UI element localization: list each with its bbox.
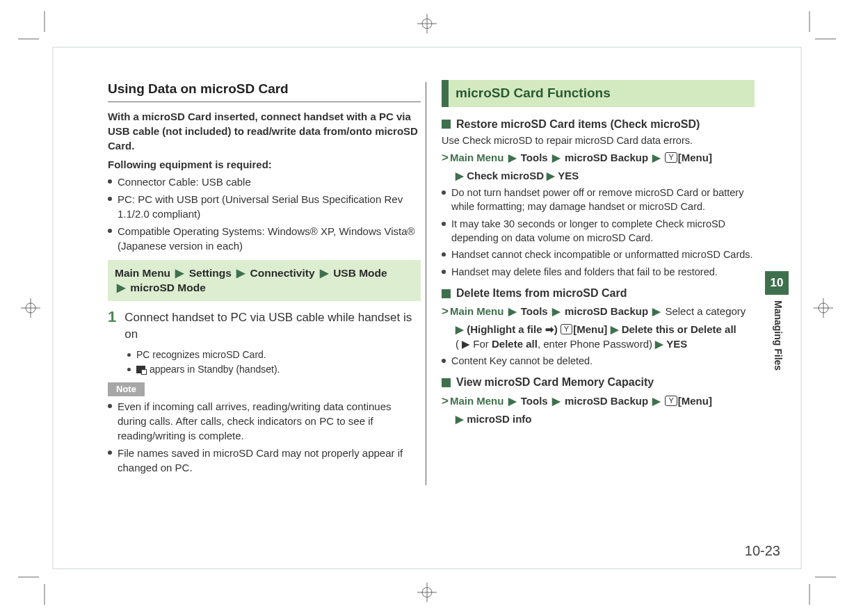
intro-1: With a microSD Card inserted, connect ha… bbox=[108, 109, 421, 153]
crumb-delete-2: ▶ (Highlight a file ➡) Y[Menu] ▶ Delete … bbox=[456, 322, 755, 337]
list-item: Handset cannot check incompatible or unf… bbox=[451, 248, 753, 261]
column-divider bbox=[426, 82, 426, 485]
nav-item: Settings bbox=[189, 267, 232, 279]
crumb-restore-1: >Main Menu ▶ Tools ▶ microSD Backup ▶ Y[… bbox=[442, 149, 755, 166]
note-list: Even if incoming call arrives, reading/w… bbox=[108, 399, 421, 475]
chapter-label: Managing Files bbox=[765, 295, 790, 376]
note-item: File names saved in microSD Card may not… bbox=[118, 446, 421, 475]
softkey-icon: Y bbox=[665, 396, 677, 406]
nav-item: USB Mode bbox=[333, 267, 387, 279]
svg-point-17 bbox=[819, 303, 828, 313]
step-text: Connect handset to PC via USB cable whil… bbox=[124, 309, 421, 343]
softkey-icon: Y bbox=[665, 152, 677, 163]
nav-path-box: Main Menu ▶ Settings ▶ Connectivity ▶ US… bbox=[108, 260, 421, 301]
softkey-icon: Y bbox=[561, 324, 572, 334]
note-label: Note bbox=[108, 382, 145, 396]
arrow-icon: ▶ bbox=[115, 282, 127, 293]
svg-point-11 bbox=[422, 587, 432, 597]
list-item: Content Key cannot be deleted. bbox=[451, 354, 593, 368]
delete-bullets: Content Key cannot be deleted. bbox=[442, 354, 755, 368]
step-number: 1 bbox=[108, 309, 116, 343]
crumb-view-1: >Main Menu ▶ Tools ▶ microSD Backup ▶ Y[… bbox=[442, 393, 755, 410]
equipment-list: Connector Cable: USB cable PC: PC with U… bbox=[108, 175, 421, 253]
sd-icon bbox=[136, 366, 145, 373]
nav-item: microSD Mode bbox=[130, 282, 206, 293]
subhead-delete: Delete Items from microSD Card bbox=[442, 286, 755, 301]
svg-point-14 bbox=[26, 303, 35, 313]
restore-bullets: Do not turn handset power off or remove … bbox=[442, 186, 755, 279]
side-tab: 10 Managing Files bbox=[765, 271, 789, 376]
arrow-icon: ▶ bbox=[234, 267, 247, 279]
square-bullet-icon bbox=[442, 289, 451, 298]
intro-2: Following equipment is required: bbox=[108, 157, 421, 172]
step-1-notes: PC recognizes microSD Card. appears in S… bbox=[127, 348, 421, 377]
square-bullet-icon bbox=[442, 378, 451, 387]
arrow-icon: ▶ bbox=[318, 267, 330, 279]
crumb-delete-1: >Main Menu ▶ Tools ▶ microSD Backup ▶ Se… bbox=[442, 303, 755, 320]
svg-point-8 bbox=[422, 19, 432, 29]
crumb-delete-3: ( ▶ For Delete all, enter Phone Password… bbox=[456, 337, 755, 351]
subhead-view: View microSD Card Memory Capacity bbox=[442, 375, 755, 390]
nav-item: Connectivity bbox=[250, 267, 315, 279]
desc-restore: Use Check microSD to repair microSD Card… bbox=[442, 133, 755, 147]
subhead-restore: Restore microSD Card items (Check microS… bbox=[442, 117, 755, 132]
page-number: 10-23 bbox=[745, 541, 780, 560]
equip-item: PC: PC with USB port (Universal Serial B… bbox=[118, 192, 421, 221]
right-column: microSD Card Functions Restore microSD C… bbox=[435, 80, 755, 560]
left-title: Using Data on microSD Card bbox=[108, 80, 421, 102]
list-item: It may take 30 seconds or longer to comp… bbox=[451, 217, 755, 245]
square-bullet-icon bbox=[442, 120, 451, 129]
nav-item: Main Menu bbox=[115, 267, 170, 279]
step-1: 1 Connect handset to PC via USB cable wh… bbox=[108, 309, 421, 343]
note-item: Even if incoming call arrives, reading/w… bbox=[118, 399, 421, 443]
list-item: Do not turn handset power off or remove … bbox=[451, 186, 755, 214]
list-item: Handset may delete files and folders tha… bbox=[451, 265, 718, 279]
equip-item: Compatible Operating Systems: Windows® X… bbox=[118, 224, 421, 253]
arrow-icon: ▶ bbox=[173, 267, 186, 279]
step-sub: PC recognizes microSD Card. bbox=[136, 348, 266, 362]
equip-item: Connector Cable: USB cable bbox=[118, 175, 251, 189]
step-sub: appears in Standby (handset). bbox=[136, 363, 280, 377]
left-column: Using Data on microSD Card With a microS… bbox=[108, 80, 421, 560]
crumb-restore-2: ▶ Check microSD ▶ YES bbox=[456, 168, 755, 183]
chapter-number: 10 bbox=[765, 271, 789, 295]
section-banner: microSD Card Functions bbox=[442, 80, 755, 107]
crumb-view-2: ▶ microSD info bbox=[456, 412, 755, 426]
